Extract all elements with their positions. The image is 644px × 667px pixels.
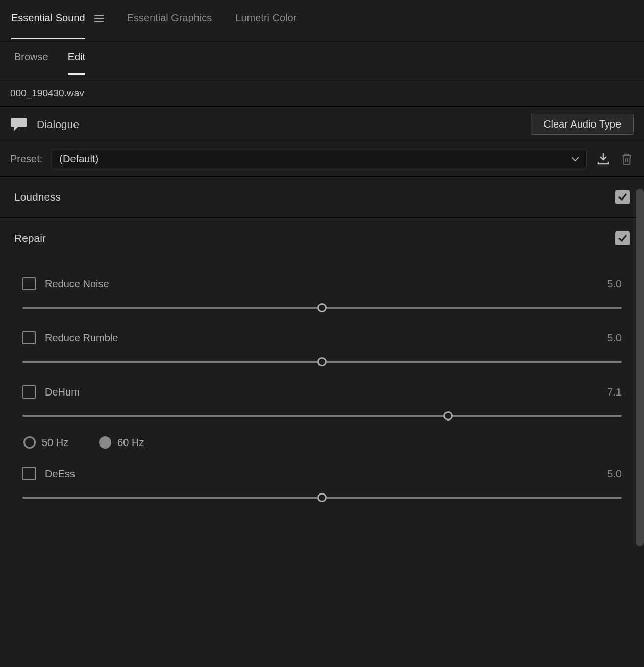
tab-essential-sound[interactable]: Essential Sound xyxy=(11,12,85,39)
reduce-rumble-thumb[interactable] xyxy=(317,357,327,366)
dehum-checkbox[interactable] xyxy=(22,385,36,399)
save-preset-icon[interactable] xyxy=(596,153,610,166)
reduce-noise-thumb[interactable] xyxy=(317,303,327,312)
reduce-rumble-checkbox[interactable] xyxy=(22,331,36,344)
dehum-thumb[interactable] xyxy=(443,411,453,421)
sub-tab-browse[interactable]: Browse xyxy=(14,51,48,75)
chevron-down-icon xyxy=(571,157,579,162)
reduce-rumble-value[interactable]: 5.0 xyxy=(607,332,622,344)
dehum-param: DeHum 7.1 50 Hz 60 Hz xyxy=(22,385,622,449)
repair-body: Reduce Noise 5.0 Reduce Rumble 5.0 xyxy=(0,277,644,513)
loudness-section-header[interactable]: Loudness xyxy=(0,177,644,218)
panel-tab-bar: Essential Sound Essential Graphics Lumet… xyxy=(0,0,644,42)
clip-filename: 000_190430.wav xyxy=(0,81,644,107)
dehum-label: DeHum xyxy=(45,386,80,398)
preset-value: (Default) xyxy=(59,153,98,165)
dehum-60hz-radio[interactable]: 60 Hz xyxy=(99,436,144,449)
deess-slider[interactable] xyxy=(22,492,622,503)
dehum-slider[interactable] xyxy=(22,411,622,421)
reduce-rumble-label: Reduce Rumble xyxy=(45,332,118,344)
audio-type-label: Dialogue xyxy=(37,118,79,131)
dialogue-icon xyxy=(10,117,28,132)
deess-checkbox[interactable] xyxy=(22,467,36,480)
loudness-title: Loudness xyxy=(14,191,61,203)
tab-lumetri-color[interactable]: Lumetri Color xyxy=(235,12,296,38)
preset-label: Preset: xyxy=(10,153,42,165)
dehum-50hz-radio[interactable]: 50 Hz xyxy=(23,436,68,449)
clear-audio-type-button[interactable]: Clear Audio Type xyxy=(531,114,634,135)
repair-section-header[interactable]: Repair xyxy=(0,218,644,259)
loudness-checkbox[interactable] xyxy=(615,190,630,204)
reduce-rumble-slider[interactable] xyxy=(22,357,622,367)
repair-title: Repair xyxy=(14,232,46,244)
deess-thumb[interactable] xyxy=(317,493,327,502)
dehum-frequency-group: 50 Hz 60 Hz xyxy=(22,436,622,449)
vertical-scrollbar[interactable] xyxy=(636,189,644,546)
deess-label: DeEss xyxy=(45,468,75,480)
dehum-60hz-label: 60 Hz xyxy=(117,437,144,449)
deess-value[interactable]: 5.0 xyxy=(607,468,622,480)
reduce-noise-label: Reduce Noise xyxy=(45,278,109,290)
sub-tab-edit[interactable]: Edit xyxy=(68,51,85,75)
reduce-rumble-param: Reduce Rumble 5.0 xyxy=(22,331,622,367)
dehum-50hz-label: 50 Hz xyxy=(42,437,68,449)
preset-dropdown[interactable]: (Default) xyxy=(52,150,587,168)
dehum-value[interactable]: 7.1 xyxy=(607,386,622,398)
repair-checkbox[interactable] xyxy=(615,231,630,245)
tab-essential-graphics[interactable]: Essential Graphics xyxy=(127,12,212,38)
reduce-noise-checkbox[interactable] xyxy=(22,277,36,290)
panel-menu-icon[interactable] xyxy=(94,15,104,36)
reduce-noise-param: Reduce Noise 5.0 xyxy=(22,277,622,313)
audio-type-row: Dialogue Clear Audio Type xyxy=(0,107,644,142)
radio-icon xyxy=(99,436,111,449)
deess-param: DeEss 5.0 xyxy=(22,467,622,503)
preset-row: Preset: (Default) xyxy=(0,142,644,177)
delete-preset-icon[interactable] xyxy=(620,153,634,166)
radio-icon xyxy=(23,436,36,449)
reduce-noise-value[interactable]: 5.0 xyxy=(607,278,622,290)
sub-tab-bar: Browse Edit xyxy=(0,42,644,81)
reduce-noise-slider[interactable] xyxy=(22,303,622,313)
